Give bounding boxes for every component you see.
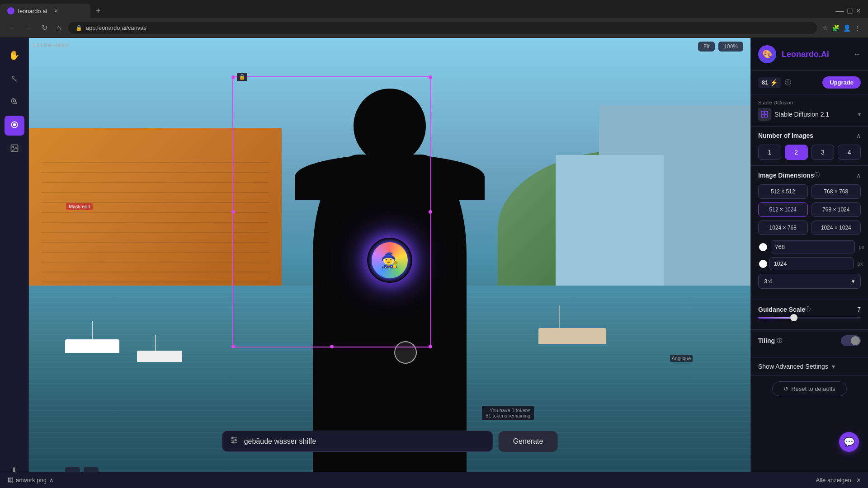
svg-point-8 bbox=[232, 437, 233, 438]
minimize-button[interactable]: — bbox=[836, 6, 844, 16]
back-button[interactable]: ← bbox=[7, 22, 18, 34]
status-file-name: artwork.png bbox=[16, 477, 47, 483]
hand-icon: ✋ bbox=[9, 50, 20, 61]
aspect-ratio-dropdown[interactable]: 3:4 ▾ bbox=[758, 274, 861, 289]
chat-button[interactable]: 💬 bbox=[839, 432, 859, 452]
advanced-settings-arrow: ▾ bbox=[832, 363, 835, 370]
lasso-tool-button[interactable] bbox=[5, 92, 24, 112]
menu-icon[interactable]: ⋮ bbox=[854, 24, 861, 32]
count-1-button[interactable]: 1 bbox=[758, 145, 781, 160]
notification-close-button[interactable]: × bbox=[857, 476, 861, 484]
model-expand-icon[interactable]: ▾ bbox=[858, 111, 861, 117]
guidance-info-icon[interactable]: ⓘ bbox=[805, 305, 811, 313]
guidance-scale-value: 7 bbox=[857, 306, 861, 313]
browser-actions: ☆ 🧩 👤 ⋮ bbox=[822, 24, 861, 32]
height-input[interactable] bbox=[769, 257, 854, 270]
new-tab-button[interactable]: + bbox=[90, 5, 106, 18]
home-button[interactable]: ⌂ bbox=[55, 22, 63, 34]
model-label: Stable Diffusion bbox=[758, 100, 861, 105]
guidance-slider-thumb[interactable] bbox=[790, 314, 797, 321]
extensions-icon[interactable]: 🧩 bbox=[832, 24, 840, 32]
image-dimensions-section: Image Dimensions ⓘ ∧ 512 × 512 768 × 768… bbox=[751, 166, 868, 300]
guidance-slider-fill bbox=[758, 317, 794, 319]
count-4-button[interactable]: 4 bbox=[838, 145, 861, 160]
aspect-chevron-icon: ▾ bbox=[852, 278, 855, 285]
advanced-settings-label: Show Advanced Settings bbox=[758, 363, 828, 370]
model-section: Stable Diffusion Stable Diffusion 2.1 ▾ bbox=[751, 94, 868, 127]
count-2-button[interactable]: 2 bbox=[785, 145, 808, 160]
status-file: 🖼 artwork.png ∧ bbox=[7, 477, 54, 483]
image-dimensions-info[interactable]: ⓘ bbox=[814, 171, 820, 179]
count-3-button[interactable]: 3 bbox=[811, 145, 835, 160]
glowing-badge: 🧙 bbox=[367, 238, 412, 283]
tiling-label-container: Tiling ⓘ bbox=[758, 337, 782, 345]
url-bar[interactable]: 🔒 app.leonardo.ai/canvas bbox=[68, 22, 817, 34]
guidance-scale-title: Guidance Scale bbox=[758, 306, 805, 313]
close-window-button[interactable]: × bbox=[856, 6, 861, 16]
credits-display: 81 ⚡ bbox=[758, 77, 781, 88]
select-icon: ↖ bbox=[10, 73, 18, 84]
dim-768x1024-button[interactable]: 768 × 1024 bbox=[811, 202, 861, 217]
panel-header: 🎨 Leonardo.Ai ← bbox=[751, 38, 868, 71]
guidance-scale-row: Guidance Scale ⓘ 7 bbox=[758, 305, 861, 313]
active-tab[interactable]: leonardo.ai × bbox=[0, 4, 90, 18]
reset-label: Reset to defaults bbox=[791, 385, 835, 392]
width-input[interactable] bbox=[771, 240, 855, 253]
generate-button[interactable]: Generate bbox=[499, 431, 558, 452]
brush-tool-button[interactable] bbox=[5, 116, 24, 136]
image-dimensions-header[interactable]: Image Dimensions ⓘ ∧ bbox=[758, 171, 861, 179]
left-toolbar: ✋ ↖ bbox=[0, 38, 29, 488]
tab-favicon bbox=[7, 7, 14, 14]
image-icon bbox=[10, 144, 19, 155]
number-of-images-chevron: ∧ bbox=[856, 132, 861, 139]
dim-512x512-button[interactable]: 512 × 512 bbox=[758, 184, 808, 199]
reset-defaults-button[interactable]: ↺ Reset to defaults bbox=[772, 381, 847, 396]
exit-editor-button[interactable]: Exit the editor bbox=[33, 42, 69, 48]
circle-handle[interactable] bbox=[394, 341, 417, 364]
dim-768x768-button[interactable]: 768 × 768 bbox=[811, 184, 861, 199]
lock-icon: 🔒 bbox=[75, 25, 82, 31]
panel-collapse-button[interactable]: ← bbox=[854, 50, 861, 58]
badge-face: 🧙 bbox=[381, 252, 399, 269]
prompt-input[interactable] bbox=[244, 437, 486, 446]
credits-info-button[interactable]: ⓘ bbox=[785, 79, 791, 87]
guidance-slider[interactable] bbox=[758, 317, 861, 319]
notification-label[interactable]: Alle anzeigen bbox=[816, 477, 851, 483]
tab-title: leonardo.ai bbox=[18, 8, 47, 14]
dim-512x1024-button[interactable]: 512 × 1024 bbox=[758, 202, 808, 217]
app-container: ✋ ↖ bbox=[0, 38, 868, 488]
forward-button[interactable]: → bbox=[24, 22, 34, 34]
height-unit: px bbox=[857, 261, 863, 267]
canvas-area[interactable]: Anglique 🧙 bbox=[29, 38, 750, 488]
tiling-toggle[interactable] bbox=[841, 335, 861, 346]
image-tool-button[interactable] bbox=[5, 139, 24, 159]
zoom-100-button[interactable]: 100% bbox=[718, 42, 743, 52]
status-expand-icon[interactable]: ∧ bbox=[49, 477, 54, 483]
number-of-images-header[interactable]: Number of Images ∧ bbox=[758, 132, 861, 139]
maximize-button[interactable]: □ bbox=[848, 6, 853, 16]
svg-point-0 bbox=[13, 99, 15, 102]
upgrade-button[interactable]: Upgrade bbox=[822, 76, 861, 89]
svg-point-2 bbox=[13, 123, 15, 126]
width-row: W px bbox=[758, 240, 861, 253]
bookmark-icon[interactable]: ☆ bbox=[822, 24, 828, 32]
window-controls: — □ × bbox=[836, 6, 868, 16]
tab-close-button[interactable]: × bbox=[54, 7, 58, 14]
prompt-settings-icon[interactable] bbox=[230, 436, 239, 447]
select-tool-button[interactable]: ↖ bbox=[5, 69, 24, 89]
refresh-button[interactable]: ↻ bbox=[40, 22, 49, 34]
tiling-info-icon[interactable]: ⓘ bbox=[777, 337, 782, 345]
credits-number: 81 bbox=[762, 79, 768, 86]
advanced-settings-row[interactable]: Show Advanced Settings ▾ bbox=[751, 357, 868, 376]
hand-tool-button[interactable]: ✋ bbox=[5, 45, 24, 65]
fit-view-button[interactable]: Fit bbox=[698, 42, 715, 52]
dim-1024x1024-button[interactable]: 1024 × 1024 bbox=[811, 221, 861, 235]
profile-icon[interactable]: 👤 bbox=[843, 24, 851, 32]
model-row[interactable]: Stable Diffusion 2.1 ▾ bbox=[758, 108, 861, 121]
svg-point-10 bbox=[232, 441, 234, 443]
tiling-row: Tiling ⓘ bbox=[758, 335, 861, 346]
brand-name: Leonardo.Ai bbox=[782, 50, 829, 59]
width-unit: px bbox=[859, 244, 864, 250]
chat-icon: 💬 bbox=[844, 436, 855, 447]
dim-1024x768-button[interactable]: 1024 × 768 bbox=[758, 221, 808, 235]
